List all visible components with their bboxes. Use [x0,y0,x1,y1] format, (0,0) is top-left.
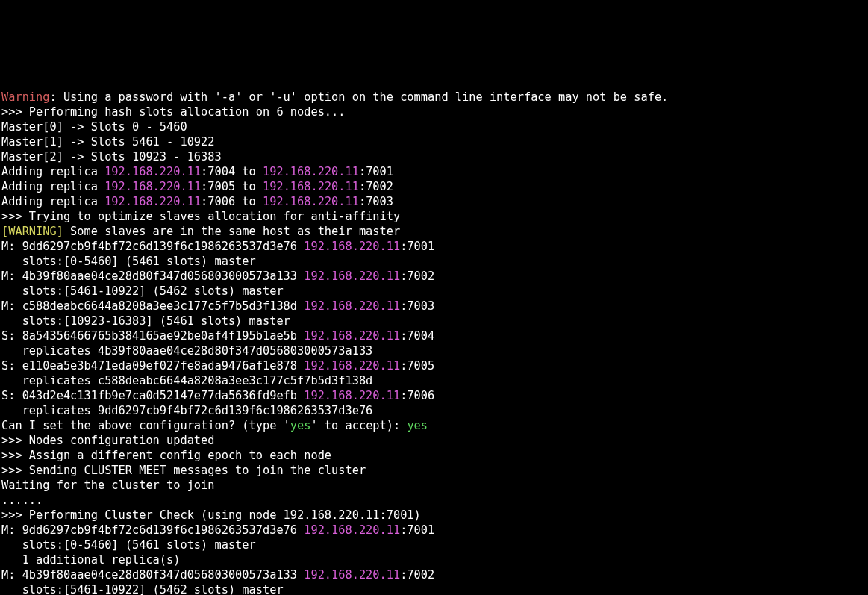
ip-address: 192.168.220.11 [263,195,359,208]
ip-address: 192.168.220.11 [304,359,400,373]
ip-address: 192.168.220.11 [263,165,359,178]
plan-s3: S: 043d2e4c131fb9e7ca0d52147e77da5636fd9… [1,389,434,402]
waiting-line: Waiting for the cluster to join [1,479,215,492]
plan-m1-slots: slots:[0-5460] (5461 slots) master [1,255,256,268]
confirm-line: Can I set the above configuration? (type… [1,419,428,432]
ip-address: 192.168.220.11 [263,180,359,193]
plan-m2: M: 4b39f80aae04ce28d80f347d056803000573a… [1,270,434,283]
ip-address: 192.168.220.11 [104,180,201,193]
ip-address: 192.168.220.11 [304,270,400,283]
master-1: Master[1] -> Slots 5461 - 10922 [1,135,215,149]
result-m1-slots: slots:[0-5460] (5461 slots) master [1,538,256,552]
plan-s3-rep: replicates 9dd6297cb9f4bf72c6d139f6c1986… [1,404,372,417]
user-input-yes[interactable]: yes [407,419,428,432]
wait-dots: ...... [1,493,43,507]
adding-line-2: Adding replica 192.168.220.11:7005 to 19… [1,180,393,193]
master-2: Master[2] -> Slots 10923 - 16383 [1,150,222,163]
ip-address: 192.168.220.11 [304,389,400,402]
plan-s2-rep: replicates c588deabc6644a8208a3ee3c177c5… [1,374,372,387]
ip-address: 192.168.220.11 [304,523,400,537]
ip-address: 192.168.220.11 [304,329,400,343]
ip-address: 192.168.220.11 [104,165,201,178]
ip-address: 192.168.220.11 [304,299,400,313]
ip-address: 192.168.220.11 [304,240,400,253]
plan-m1: M: 9dd6297cb9f4bf72c6d139f6c1986263537d3… [1,240,434,253]
optimize-line: >>> Trying to optimize slaves allocation… [1,210,400,223]
result-m1-add: 1 additional replica(s) [1,553,180,567]
warning-msg: Some slaves are in the same host as thei… [63,225,400,238]
adding-line-3: Adding replica 192.168.220.11:7006 to 19… [1,195,393,208]
warning-label: Warning [1,90,49,104]
plan-s2: S: e110ea5e3b471eda09ef027fe8ada9476af1e… [1,359,434,373]
terminal-output: Warning: Using a password with '-a' or '… [0,75,868,595]
assign-epoch: >>> Assign a different config epoch to e… [1,449,331,462]
master-0: Master[0] -> Slots 0 - 5460 [1,120,187,134]
plan-m3-slots: slots:[10923-16383] (5461 slots) master [1,314,290,328]
result-m1: M: 9dd6297cb9f4bf72c6d139f6c1986263537d3… [1,523,434,537]
adding-line-1: Adding replica 192.168.220.11:7004 to 19… [1,165,393,178]
ip-address: 192.168.220.11 [104,195,201,208]
plan-m2-slots: slots:[5461-10922] (5462 slots) master [1,284,284,298]
ip-address: 192.168.220.11 [304,568,400,582]
nodes-updated: >>> Nodes configuration updated [1,434,215,447]
plan-s1-rep: replicates 4b39f80aae04ce28d80f347d05680… [1,344,372,358]
result-m2-slots: slots:[5461-10922] (5462 slots) master [1,583,284,595]
plan-m3: M: c588deabc6644a8208a3ee3c177c5f7b5d3f1… [1,299,434,313]
warning-tag: [WARNING] [1,225,63,238]
alloc-header: >>> Performing hash slots allocation on … [1,105,345,119]
result-m2: M: 4b39f80aae04ce28d80f347d056803000573a… [1,568,434,582]
plan-s1: S: 8a54356466765b384165ae92be0af4f195b1a… [1,329,434,343]
warning-text: : Using a password with '-a' or '-u' opt… [49,90,668,104]
cluster-meet: >>> Sending CLUSTER MEET messages to joi… [1,464,366,477]
cluster-check: >>> Performing Cluster Check (using node… [1,508,421,522]
